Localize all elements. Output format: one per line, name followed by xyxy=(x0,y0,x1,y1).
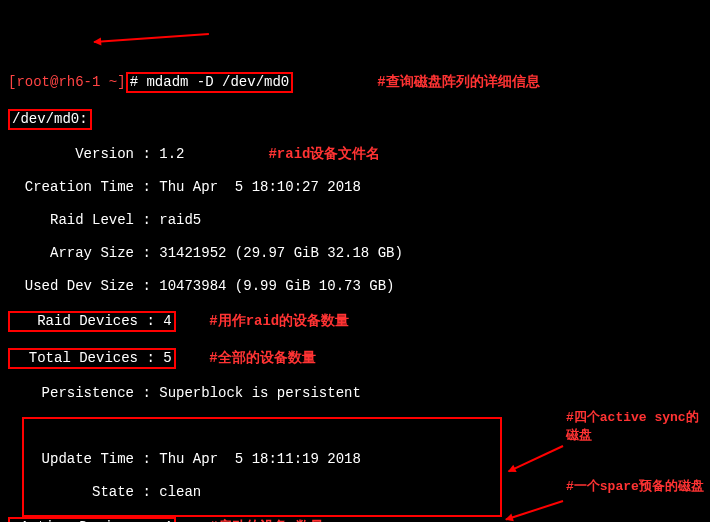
field-version: Version : 1.2 #raid设备文件名 xyxy=(8,146,702,163)
value: 10473984 (9.99 GiB 10.73 GB) xyxy=(151,278,395,294)
command-text: mdadm -D /dev/md0 xyxy=(146,74,289,90)
label: Raid Level : xyxy=(8,212,151,228)
arrow-device xyxy=(94,33,209,43)
annotation-cmd: #查询磁盘阵列的详细信息 xyxy=(377,74,539,90)
raid-devices-box: Raid Devices : 4 xyxy=(8,311,176,332)
field-used-dev-size: Used Dev Size : 10473984 (9.99 GiB 10.73… xyxy=(8,278,702,295)
command-box: # mdadm -D /dev/md0 xyxy=(126,72,294,93)
value: Superblock is persistent xyxy=(151,385,361,401)
total-devices-box: Total Devices : 5 xyxy=(8,348,176,369)
label: Raid Devices : xyxy=(12,313,155,329)
label: Array Size : xyxy=(8,245,151,261)
label: Total Devices : xyxy=(12,350,155,366)
field-creation-time: Creation Time : Thu Apr 5 18:10:27 2018 xyxy=(8,179,702,196)
table-box xyxy=(22,417,502,517)
value: 4 xyxy=(155,313,172,329)
prompt-marker: # xyxy=(130,74,138,90)
active-devices-box: Active Devices : 4 xyxy=(8,517,176,522)
value: 5 xyxy=(155,350,172,366)
label: Creation Time : xyxy=(8,179,151,195)
field-active-devices: Active Devices : 4 #启动的设备 数量 xyxy=(8,517,702,522)
device-line: /dev/md0: xyxy=(8,109,702,130)
field-array-size: Array Size : 31421952 (29.97 GiB 32.18 G… xyxy=(8,245,702,262)
label: Used Dev Size : xyxy=(8,278,151,294)
field-total-devices: Total Devices : 5 #全部的设备数量 xyxy=(8,348,702,369)
value: 1.2 xyxy=(151,146,185,162)
label: Version : xyxy=(8,146,151,162)
annotation-total-devices: #全部的设备数量 xyxy=(209,350,315,366)
label: Persistence : xyxy=(8,385,151,401)
label-active-sync: #四个active sync的磁盘 xyxy=(566,408,706,444)
annotation-raid-devices: #用作raid的设备数量 xyxy=(209,313,349,329)
value: raid5 xyxy=(151,212,201,228)
value: 31421952 (29.97 GiB 32.18 GB) xyxy=(151,245,403,261)
field-raid-level: Raid Level : raid5 xyxy=(8,212,702,229)
prompt-userhost: [root@rh6-1 ~] xyxy=(8,74,126,90)
prompt-line: [root@rh6-1 ~]# mdadm -D /dev/md0 #查询磁盘阵… xyxy=(8,72,702,93)
device-box: /dev/md0: xyxy=(8,109,92,130)
label-spare-disk: #一个spare预备的磁盘 xyxy=(566,477,706,495)
value: Thu Apr 5 18:10:27 2018 xyxy=(151,179,361,195)
annotation-device: #raid设备文件名 xyxy=(268,146,380,162)
field-raid-devices: Raid Devices : 4 #用作raid的设备数量 xyxy=(8,311,702,332)
field-persistence: Persistence : Superblock is persistent xyxy=(8,385,702,402)
